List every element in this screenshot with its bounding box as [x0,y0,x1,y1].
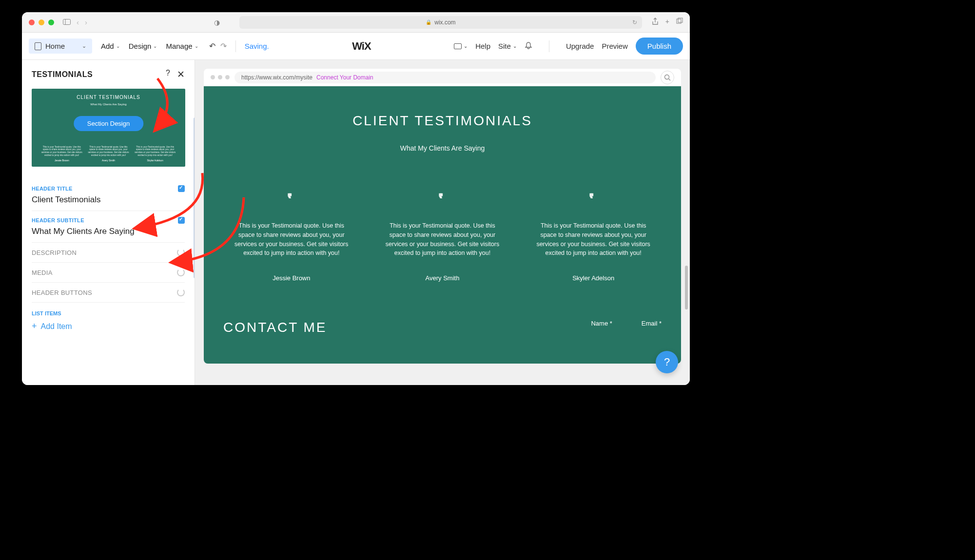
forward-arrow-icon[interactable]: › [85,18,87,26]
redo-icon[interactable]: ↷ [220,41,227,51]
testimonial-quote: This is your Testimonial quote. Use this… [532,221,655,258]
testimonial-name: Avery Smith [381,274,504,282]
back-arrow-icon[interactable]: ‹ [77,18,79,26]
toggle-checked-icon[interactable] [178,185,185,192]
field-label: HEADER BUTTONS [32,289,92,296]
toggle-checked-icon[interactable] [178,217,185,224]
svg-point-4 [665,75,669,79]
window-scrollbar[interactable] [685,266,688,309]
canvas-area: https://www.wix.com/mysite Connect Your … [195,60,690,385]
add-menu[interactable]: Add⌄ [101,42,120,50]
field-label: HEADER SUBTITLE [32,217,84,223]
testimonial-item[interactable]: ❜❜ This is your Testimonial quote. Use t… [381,190,504,282]
toggle-off-icon[interactable] [177,289,185,296]
email-field-label[interactable]: Email * [642,320,662,327]
notifications-icon[interactable] [525,41,532,51]
preview-browser-chrome: https://www.wix.com/mysite Connect Your … [204,69,681,86]
contact-title: CONTACT ME [223,320,327,335]
undo-icon[interactable]: ↶ [209,41,215,51]
help-link[interactable]: Help [475,42,490,50]
chevron-down-icon: ⌄ [195,43,198,49]
toggle-off-icon[interactable] [177,269,185,276]
preview-dot [225,75,230,79]
upgrade-link[interactable]: Upgrade [566,42,594,50]
share-icon[interactable] [652,18,659,27]
add-item-button[interactable]: + Add Item [22,319,195,341]
panel-title: TESTIMONIALS [32,70,93,79]
preview-dot [218,75,222,79]
new-tab-icon[interactable]: + [665,18,669,27]
device-preview[interactable]: ⌄ [454,43,468,49]
browser-url-bar[interactable]: 🔒 wix.com ↻ [239,16,642,29]
testimonial-name: Jessie Brown [230,274,353,282]
page-name: Home [45,42,65,50]
wix-toolbar: Home ⌄ Add⌄ Design⌄ Manage⌄ ↶ ↷ Saving. … [22,33,690,60]
quote-icon: ❜❜ [532,190,655,209]
section-preview-thumb[interactable]: CLIENT TESTIMONIALS What My Clients Are … [32,89,185,167]
help-bubble[interactable]: ? [656,351,678,373]
minimize-window-icon[interactable] [39,19,44,25]
thumb-testimonial: This is your Testimonial quote. Use this… [87,146,129,162]
design-menu[interactable]: Design⌄ [129,42,157,50]
name-field-label[interactable]: Name * [591,320,612,327]
preview-url: https://www.wix.com/mysite [241,74,312,81]
side-panel: TESTIMONIALS ? ✕ CLIENT TESTIMONIALS Wha… [22,60,195,385]
quote-icon: ❜❜ [230,190,353,209]
undo-redo-group: ↶ ↷ [209,41,227,51]
testimonial-item[interactable]: ❜❜ This is your Testimonial quote. Use t… [230,190,353,282]
thumb-title: CLIENT TESTIMONIALS [32,89,185,100]
toggle-off-icon[interactable] [177,249,185,256]
field-value[interactable]: What My Clients Are Saying [32,227,185,236]
page-selector[interactable]: Home ⌄ [29,39,92,54]
section-design-button[interactable]: Section Design [74,116,143,131]
preview-url-bar[interactable]: https://www.wix.com/mysite Connect Your … [234,72,656,83]
tabs-icon[interactable] [676,18,683,27]
close-window-icon[interactable] [29,19,35,25]
section-subtitle[interactable]: What My Clients Are Saying [223,144,662,152]
save-status: Saving. [245,42,269,50]
site-preview-frame: https://www.wix.com/mysite Connect Your … [204,69,681,364]
divider [549,40,549,52]
svg-line-5 [669,78,671,80]
field-value[interactable]: Client Testimonials [32,195,185,205]
chevron-down-icon: ⌄ [513,43,517,49]
shield-icon[interactable]: ◑ [214,19,220,26]
thumb-testimonial: This is your Testimonial quote. Use this… [41,146,83,162]
quote-icon: ❜❜ [381,190,504,209]
svg-rect-0 [63,19,71,24]
plus-icon: + [32,321,37,331]
manage-menu[interactable]: Manage⌄ [166,42,198,50]
testimonial-quote: This is your Testimonial quote. Use this… [230,221,353,258]
page-icon [35,42,41,50]
section-title[interactable]: CLIENT TESTIMONIALS [223,113,662,129]
traffic-lights [29,19,54,25]
media-field[interactable]: MEDIA [32,263,185,283]
divider [235,40,236,52]
site-content[interactable]: CLIENT TESTIMONIALS What My Clients Are … [204,86,681,364]
contact-section[interactable]: CONTACT ME Name * Email * [223,320,662,335]
testimonial-name: Skyler Adelson [532,274,655,282]
chevron-down-icon: ⌄ [153,43,157,49]
preview-search-icon[interactable] [661,71,674,84]
desktop-icon [454,43,462,49]
lock-icon: 🔒 [426,19,431,25]
help-icon[interactable]: ? [166,69,170,80]
thumb-testimonial: This is your Testimonial quote. Use this… [134,146,176,162]
header-buttons-field[interactable]: HEADER BUTTONS [32,283,185,303]
site-menu[interactable]: Site ⌄ [498,42,517,50]
publish-button[interactable]: Publish [636,38,683,55]
sidebar-toggle-icon[interactable] [63,19,71,26]
header-title-field[interactable]: HEADER TITLE Client Testimonials [32,179,185,211]
testimonial-item[interactable]: ❜❜ This is your Testimonial quote. Use t… [532,190,655,282]
preview-dot [211,75,215,79]
preview-link[interactable]: Preview [602,42,627,50]
chevron-down-icon: ⌄ [116,43,120,49]
description-field[interactable]: DESCRIPTION [32,243,185,263]
field-label: DESCRIPTION [32,249,77,256]
wix-logo: WiX [269,40,454,53]
header-subtitle-field[interactable]: HEADER SUBTITLE What My Clients Are Sayi… [32,211,185,243]
connect-domain-link[interactable]: Connect Your Domain [316,74,373,81]
maximize-window-icon[interactable] [48,19,54,25]
refresh-icon[interactable]: ↻ [632,19,637,26]
close-icon[interactable]: ✕ [177,69,185,80]
